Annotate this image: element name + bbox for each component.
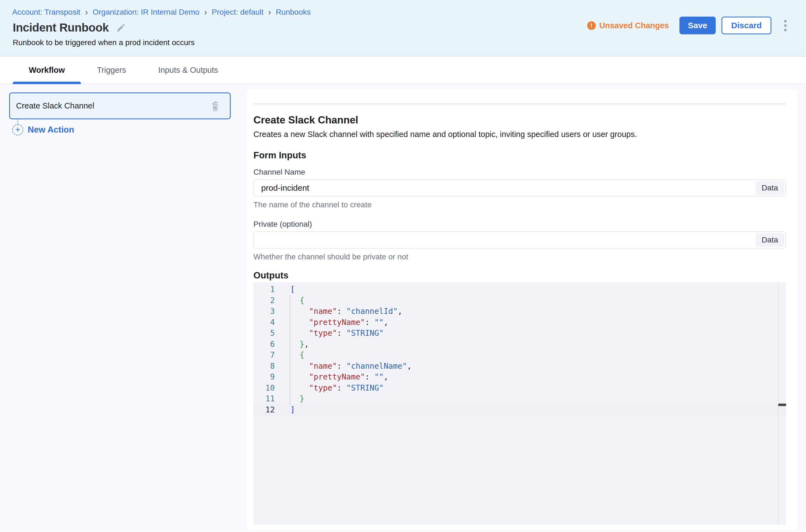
private-data-button[interactable]: Data <box>756 233 784 247</box>
code-line: 5 "type": "STRING" <box>253 328 786 339</box>
line-number: 2 <box>253 295 275 306</box>
divider <box>253 103 786 104</box>
breadcrumb-separator: › <box>204 8 207 16</box>
line-number: 12 <box>253 405 275 415</box>
line-number: 10 <box>253 382 275 394</box>
editor-scrollbar <box>778 282 786 525</box>
breadcrumb-separator: › <box>268 8 271 16</box>
code-line: 2 { <box>253 295 786 306</box>
runbook-editor-page: Account: Transposit › Organization: IR I… <box>0 0 806 532</box>
code-line: 10 "type": "STRING" <box>253 382 786 394</box>
private-input[interactable] <box>254 232 756 248</box>
channel-name-helper: The name of the channel to create <box>253 201 786 209</box>
line-number: 1 <box>253 284 275 295</box>
tab-bar: Workflow Triggers Inputs & Outputs <box>0 56 806 84</box>
workflow-sidebar: Create Slack Channel + <box>0 84 246 531</box>
discard-button[interactable]: Discard <box>721 17 771 34</box>
code-line: 8 "name": "channelName", <box>253 361 786 372</box>
private-helper: Whether the channel should be private or… <box>253 252 786 261</box>
plus-circle-icon: + <box>12 124 23 135</box>
breadcrumb: Account: Transposit › Organization: IR I… <box>12 8 311 17</box>
outputs-heading: Outputs <box>253 270 786 281</box>
save-button[interactable]: Save <box>679 17 716 34</box>
code-line: 4 "prettyName": "", <box>253 317 786 328</box>
line-number: 7 <box>253 349 275 361</box>
indent-guide <box>290 295 290 404</box>
content-area: Create Slack Channel + <box>0 84 806 531</box>
line-number: 5 <box>253 328 275 339</box>
code-line: 7 { <box>253 349 786 361</box>
channel-name-field: Data <box>253 179 786 196</box>
line-number: 4 <box>253 317 275 328</box>
form-inputs-heading: Form Inputs <box>253 150 786 160</box>
action-title: Create Slack Channel <box>253 114 786 126</box>
line-number: 6 <box>253 339 275 350</box>
channel-name-input[interactable] <box>254 180 756 196</box>
trash-icon[interactable] <box>210 100 220 112</box>
code-editor-lines: 1[2 {3 "name": "channelId",4 "prettyName… <box>253 282 786 415</box>
action-description: Creates a new Slack channel with specifi… <box>253 130 786 139</box>
breadcrumb-runbooks-link[interactable]: Runbooks <box>276 8 311 17</box>
line-number: 3 <box>253 306 275 317</box>
tab-inputs-outputs[interactable]: Inputs & Outputs <box>142 56 234 83</box>
tab-workflow[interactable]: Workflow <box>13 56 81 83</box>
new-action-button[interactable]: + New Action <box>12 124 74 135</box>
action-card-create-slack-channel[interactable]: Create Slack Channel <box>9 92 231 119</box>
tab-triggers[interactable]: Triggers <box>81 56 142 83</box>
edit-title-icon[interactable] <box>116 23 126 33</box>
breadcrumb-organization-link[interactable]: Organization: IR Internal Demo <box>92 8 199 17</box>
unsaved-changes-badge: ! Unsaved Changes <box>587 21 669 30</box>
outputs-code-editor[interactable]: 1[2 {3 "name": "channelId",4 "prettyName… <box>253 282 786 525</box>
code-line: 9 "prettyName": "", <box>253 372 786 382</box>
channel-name-data-button[interactable]: Data <box>756 181 784 195</box>
line-number: 8 <box>253 361 275 372</box>
code-line: 6 }, <box>253 339 786 350</box>
channel-name-label: Channel Name <box>253 168 786 176</box>
alert-circle-icon: ! <box>587 21 596 30</box>
code-line: 3 "name": "channelId", <box>253 306 786 317</box>
new-action-label: New Action <box>28 125 74 135</box>
editor-scrollbar-thumb[interactable] <box>778 403 786 406</box>
private-label: Private (optional) <box>253 220 786 229</box>
page-subtitle: Runbook to be triggered when a prod inci… <box>13 38 195 47</box>
breadcrumb-separator: › <box>85 8 88 16</box>
code-line: 1[ <box>253 284 786 295</box>
private-field: Data <box>253 231 786 249</box>
line-number: 11 <box>253 393 275 404</box>
line-number: 9 <box>253 372 275 382</box>
action-detail-panel: Create Slack Channel Creates a new Slack… <box>246 89 798 530</box>
unsaved-changes-label: Unsaved Changes <box>599 21 669 30</box>
page-title: Incident Runbook <box>13 21 109 34</box>
code-line: 12] <box>253 404 786 416</box>
breadcrumb-project-link[interactable]: Project: default <box>212 8 264 17</box>
action-card-label: Create Slack Channel <box>16 101 94 111</box>
code-line: 11 } <box>253 393 786 404</box>
page-header: Account: Transposit › Organization: IR I… <box>0 0 806 56</box>
breadcrumb-account-link[interactable]: Account: Transposit <box>12 8 80 17</box>
kebab-menu-icon[interactable] <box>783 18 788 33</box>
